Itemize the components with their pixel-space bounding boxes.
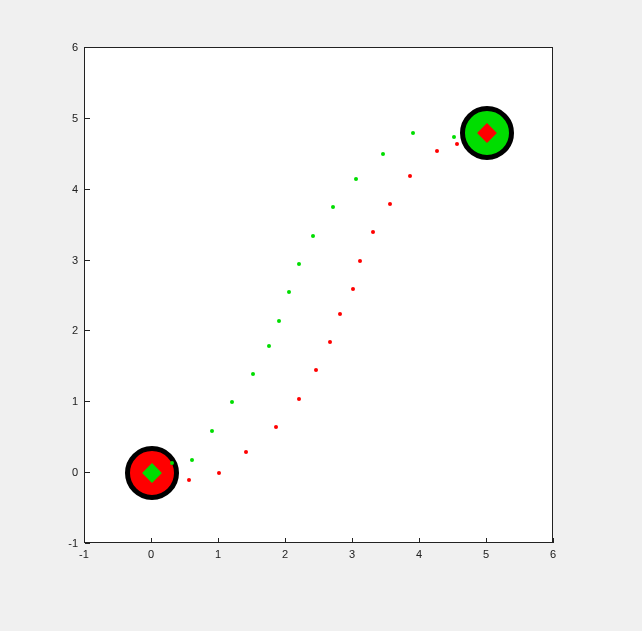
green-path-dot xyxy=(331,205,335,209)
green-path-dot xyxy=(287,290,291,294)
x-tick-label: 6 xyxy=(550,548,556,560)
red-path-dot xyxy=(244,450,248,454)
end-circle xyxy=(460,106,514,160)
red-path-dot xyxy=(371,230,375,234)
red-path-dot xyxy=(388,202,392,206)
y-tick-label: 2 xyxy=(72,324,78,336)
green-path-dot xyxy=(267,344,271,348)
y-tick-label: 4 xyxy=(72,183,78,195)
x-tick-label: 2 xyxy=(282,548,288,560)
red-path-dot xyxy=(314,368,318,372)
green-path-dot xyxy=(251,372,255,376)
red-path-dot xyxy=(274,425,278,429)
red-path-dot xyxy=(358,259,362,263)
red-path-dot xyxy=(338,312,342,316)
green-path-dot xyxy=(381,152,385,156)
green-path-dot xyxy=(354,177,358,181)
start-circle xyxy=(125,446,179,500)
red-path-dot xyxy=(351,287,355,291)
green-path-dot xyxy=(452,135,456,139)
green-path-dot xyxy=(297,262,301,266)
red-path-dot xyxy=(187,478,191,482)
plot-area xyxy=(85,48,552,542)
red-path-dot xyxy=(408,174,412,178)
green-path-dot xyxy=(190,458,194,462)
x-tick-label: 4 xyxy=(416,548,422,560)
x-tick-label: 1 xyxy=(215,548,221,560)
figure-window: -10123456-10123456 xyxy=(0,0,642,631)
green-path-dot xyxy=(277,319,281,323)
y-tick-label: 6 xyxy=(72,41,78,53)
red-path-dot xyxy=(435,149,439,153)
red-path-dot xyxy=(328,340,332,344)
x-tick-label: 5 xyxy=(483,548,489,560)
x-tick-label: 3 xyxy=(349,548,355,560)
y-tick-label: -1 xyxy=(68,537,78,549)
green-path-dot xyxy=(311,234,315,238)
red-path-dot xyxy=(217,471,221,475)
red-path-dot xyxy=(297,397,301,401)
x-tick-label: -1 xyxy=(79,548,89,560)
y-tick-label: 1 xyxy=(72,395,78,407)
green-path-dot xyxy=(170,461,174,465)
y-tick-label: 0 xyxy=(72,466,78,478)
red-path-dot xyxy=(455,142,459,146)
x-tick-label: 0 xyxy=(148,548,154,560)
y-tick-label: 5 xyxy=(72,112,78,124)
axes xyxy=(84,47,553,543)
green-path-dot xyxy=(210,429,214,433)
y-tick-label: 3 xyxy=(72,254,78,266)
green-path-dot xyxy=(230,400,234,404)
green-path-dot xyxy=(411,131,415,135)
